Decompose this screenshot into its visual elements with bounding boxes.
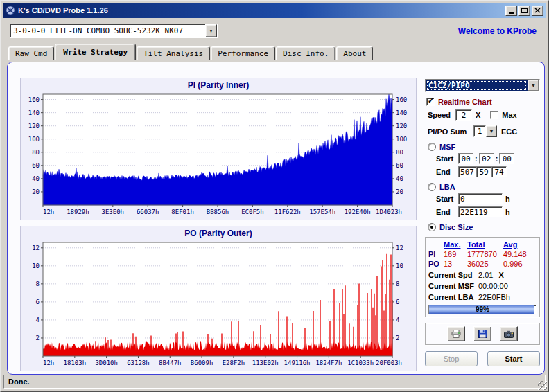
tab-tilt-analysis[interactable]: Tilt Analysis [137, 46, 210, 60]
svg-text:B6009h: B6009h [191, 359, 214, 366]
floppy-icon [478, 330, 487, 338]
svg-text:6: 6 [36, 299, 40, 305]
svg-text:100: 100 [396, 136, 407, 143]
msf-end-f[interactable] [491, 166, 507, 177]
svg-text:140: 140 [396, 109, 407, 116]
minimize-button[interactable] [505, 6, 517, 16]
pi-chart-panel: PI (Parity Inner) 2020404060608080100100… [20, 78, 417, 220]
lba-start-input[interactable] [458, 193, 503, 204]
current-lba-row: Current LBA 22E0FBh [428, 292, 537, 302]
window-title: K's CD/DVD Probe 1.1.26 [18, 6, 108, 15]
msf-separator: : [475, 154, 478, 163]
save-button[interactable] [473, 326, 491, 341]
maximize-button[interactable] [518, 6, 530, 16]
lba-end-label: End [436, 208, 458, 216]
close-button[interactable] [532, 6, 543, 16]
tab-write-strategy[interactable]: Write Strategy [55, 44, 136, 60]
svg-text:3D010h: 3D010h [95, 359, 118, 366]
tab-disc-info[interactable]: Disc Info. [276, 46, 336, 60]
svg-text:12: 12 [396, 244, 403, 251]
drive-combobox-arrow[interactable]: ▼ [205, 24, 217, 37]
tab-bar: Raw Cmd Write Strategy Tilt Analysis Per… [8, 44, 374, 60]
current-msf-label: Current MSF [428, 282, 478, 290]
svg-text:60: 60 [396, 162, 403, 169]
po-chart-title: PO (Parity Outer) [21, 226, 416, 238]
current-lba-value: 22E0FBh [478, 293, 510, 301]
msf-end-m[interactable] [458, 166, 476, 177]
pi-row-label: PI [428, 250, 444, 258]
lba-label: LBA [439, 183, 455, 191]
current-msf-value: 00:00:00 [478, 282, 508, 290]
svg-text:1C1033h: 1C1033h [347, 359, 374, 366]
svg-text:1824F7h: 1824F7h [315, 359, 342, 366]
pi-stats-row: PI 169 1777870 49.148 [428, 249, 537, 259]
stop-button[interactable]: Stop [425, 351, 478, 366]
mode-combobox-arrow[interactable]: ▼ [528, 80, 539, 91]
caption-buttons [505, 6, 543, 16]
svg-text:20: 20 [396, 188, 403, 195]
ecc-label: ECC [501, 127, 517, 136]
svg-text:66037h: 66037h [137, 208, 159, 215]
charts-area: PI (Parity Inner) 2020404060608080100100… [15, 62, 422, 375]
mode-combobox[interactable]: C1C2/PIPO ▼ [425, 79, 540, 92]
svg-text:EC0F5h: EC0F5h [241, 208, 264, 215]
po-row-label: PO [428, 260, 444, 268]
status-bar: Done. [3, 375, 546, 389]
svg-text:120: 120 [396, 123, 407, 130]
control-panel: C1C2/PIPO ▼ Realtime Chart Speed X Max P… [424, 62, 541, 375]
disc-size-radio[interactable] [428, 223, 436, 231]
current-speed-label: Current Spd [428, 271, 478, 279]
tab-raw-cmd[interactable]: Raw Cmd [8, 46, 54, 60]
po-stats-row: PO 13 36025 0.996 [428, 259, 537, 269]
svg-text:10: 10 [32, 262, 40, 269]
pipo-sum-select[interactable]: 1 ▼ [473, 125, 497, 137]
action-buttons: Stop Start [424, 351, 541, 366]
svg-text:40: 40 [32, 175, 40, 182]
chevron-down-icon: ▼ [489, 129, 494, 134]
svg-text:8EF01h: 8EF01h [171, 208, 194, 215]
drive-combobox[interactable]: 3-0-0-0 LITE-ON COMBO SOHC-5232K NK07 ▼ [10, 24, 218, 38]
po-chart: 224466881010121212h18103h3D010h63128h8B4… [22, 238, 415, 367]
svg-text:192E40h: 192E40h [345, 208, 371, 215]
svg-text:6: 6 [396, 299, 399, 305]
svg-text:2: 2 [36, 335, 40, 341]
svg-text:20: 20 [32, 188, 40, 195]
po-avg-value: 0.996 [503, 260, 537, 268]
svg-text:11F622h: 11F622h [274, 208, 301, 215]
realtime-checkbox[interactable] [426, 98, 435, 106]
lba-radio[interactable] [428, 183, 436, 191]
camera-icon [504, 330, 514, 338]
printer-icon [451, 330, 461, 338]
msf-start-f[interactable] [499, 153, 514, 164]
realtime-label: Realtime Chart [438, 98, 492, 106]
progress-text: 99% [429, 305, 536, 314]
tab-page-write-strategy: PI (Parity Inner) 2020404060608080100100… [7, 62, 545, 375]
svg-text:160: 160 [28, 96, 40, 103]
msf-start-s[interactable] [479, 153, 494, 164]
max-checkbox[interactable] [490, 111, 498, 119]
max-label: Max [502, 111, 516, 119]
svg-text:E28F2h: E28F2h [223, 359, 245, 366]
speed-input[interactable] [455, 109, 472, 121]
svg-text:40: 40 [396, 175, 403, 182]
disc-size-label: Disc Size [439, 223, 473, 231]
svg-text:8: 8 [396, 280, 399, 287]
svg-text:157E54h: 157E54h [309, 208, 336, 215]
snapshot-button[interactable] [500, 326, 518, 341]
welcome-link[interactable]: Welcome to KProbe [458, 26, 537, 36]
msf-start-m[interactable] [458, 153, 473, 164]
resize-grip[interactable] [538, 381, 547, 390]
tab-performance[interactable]: Performance [211, 46, 275, 60]
start-button[interactable]: Start [487, 351, 540, 366]
msf-end-s[interactable] [476, 166, 491, 177]
print-button[interactable] [447, 326, 465, 341]
pipo-sum-arrow[interactable]: ▼ [486, 125, 497, 137]
stats-header-row: Max. Total Avg [428, 240, 537, 249]
msf-radio[interactable] [428, 143, 436, 151]
po-chart-panel: PO (Parity Outer) 224466881010121212h181… [20, 226, 417, 371]
svg-text:8B447h: 8B447h [159, 359, 182, 366]
msf-label: MSF [439, 143, 455, 151]
tab-about[interactable]: About [336, 46, 373, 60]
lba-end-input[interactable] [458, 206, 503, 217]
lba-start-unit: h [505, 195, 510, 203]
